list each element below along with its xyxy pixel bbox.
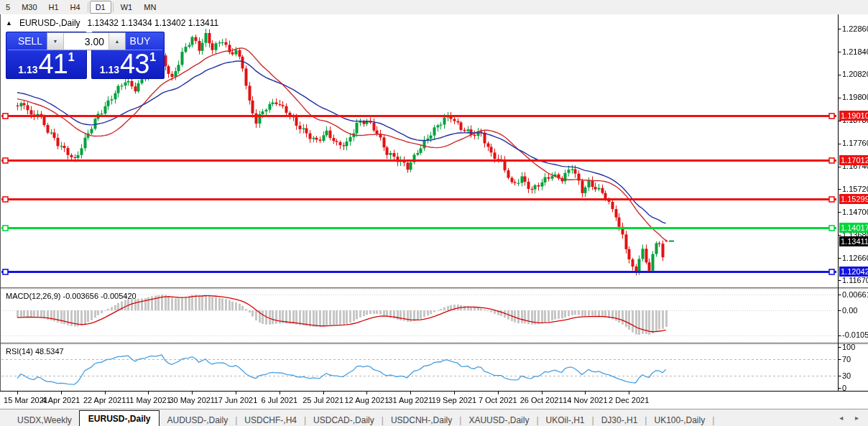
tab-audusd-daily[interactable]: AUDUSD-,Daily [160, 413, 235, 426]
tab-usdcad-daily[interactable]: USDCAD-,Daily [306, 413, 382, 426]
tab-uk100-daily[interactable]: UK100-,Daily [647, 413, 712, 426]
tab-ukoil-h1[interactable]: UKOil-,H1 [539, 413, 592, 426]
timeframe-button-mn[interactable]: MN [138, 1, 162, 14]
trade-panel-collapse-icon[interactable]: ▲ [6, 19, 12, 27]
chart-symbol-title: EURUSD-,Daily [19, 18, 80, 28]
volume-spinner: ▼ 3.00 ▲ [47, 32, 126, 50]
timeframe-button-m30[interactable]: M30 [16, 1, 42, 14]
volume-input[interactable]: 3.00 [64, 33, 108, 50]
tab-eurusd-daily[interactable]: EURUSD-,Daily [79, 410, 160, 426]
sell-price-pip: 1 [68, 52, 75, 63]
volume-increase-button[interactable]: ▲ [108, 33, 125, 50]
symbol-tab-bar: USDX,WeeklyEURUSD-,DailyAUDUSD-,Daily|US… [0, 409, 868, 426]
buy-price-pip: 1 [149, 52, 156, 63]
sell-price-prefix: 1.13 [18, 65, 37, 75]
one-click-trade-panel: SELL 1.13 41 1 BUY 1.13 43 1 ▼ 3.00 ▲ [6, 32, 165, 79]
toolbar-separator [88, 2, 88, 12]
timeframe-button-5[interactable]: 5 [0, 1, 16, 14]
tab-usdcnh-daily[interactable]: USDCNH-,Daily [384, 413, 459, 426]
timeframe-button-h1[interactable]: H1 [43, 1, 65, 14]
tab-dj30-h1[interactable]: DJ30-,H1 [594, 413, 645, 426]
buy-price-big: 43 [120, 50, 149, 78]
timeframe-button-d1[interactable]: D1 [90, 1, 111, 14]
toolbar-separator [113, 2, 114, 12]
tab-separator: | [712, 415, 714, 425]
tab-usdx-weekly[interactable]: USDX,Weekly [10, 413, 79, 426]
chart-ohlc-values: 1.13432 1.13434 1.13402 1.13411 [88, 18, 219, 28]
tab-xauusd-daily[interactable]: XAUUSD-,Daily [461, 413, 536, 426]
timeframe-button-w1[interactable]: W1 [115, 1, 139, 14]
tab-usdchf-h4[interactable]: USDCHF-,H4 [237, 413, 304, 426]
buy-price-prefix: 1.13 [100, 65, 119, 75]
chart-window: ▲ EURUSD-,Daily 1.13432 1.13434 1.13402 … [0, 14, 868, 426]
sell-price-big: 41 [39, 50, 68, 78]
timeframe-button-h4[interactable]: H4 [65, 1, 86, 14]
volume-decrease-button[interactable]: ▼ [47, 33, 64, 50]
sell-button[interactable]: SELL [8, 32, 52, 50]
timeframe-toolbar: 5M30H1H4D1W1MN [0, 0, 868, 15]
sell-price: 1.13 41 1 [6, 50, 87, 78]
tab-scroll-arrows[interactable]: ◂ ▸ [839, 414, 864, 422]
chart-title-row: ▲ EURUSD-,Daily 1.13432 1.13434 1.13402 … [6, 18, 218, 28]
buy-price: 1.13 43 1 [91, 50, 165, 78]
